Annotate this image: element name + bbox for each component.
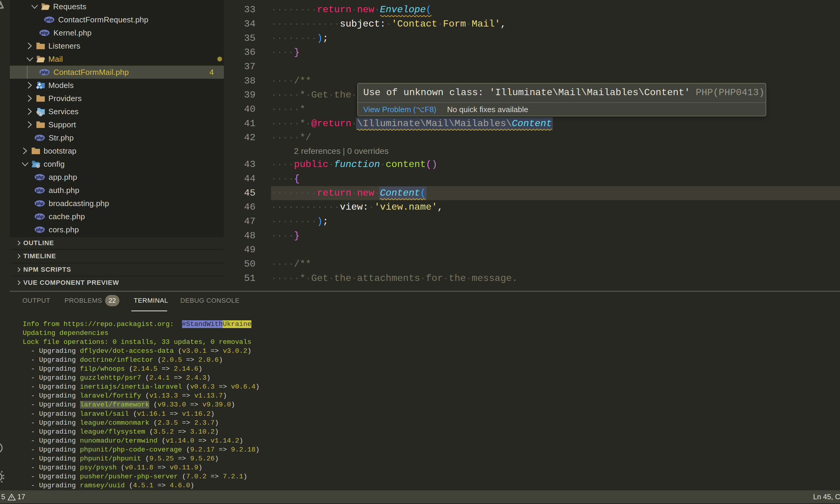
svg-text:php: php xyxy=(35,214,44,219)
svg-text:php: php xyxy=(40,31,48,35)
svg-text:php: php xyxy=(35,188,44,193)
svg-text:php: php xyxy=(40,70,48,75)
svg-text:php: php xyxy=(45,17,53,22)
svg-text:php: php xyxy=(35,175,44,180)
svg-text:php: php xyxy=(35,227,44,232)
svg-text:php: php xyxy=(35,136,44,140)
svg-text:php: php xyxy=(35,201,44,206)
